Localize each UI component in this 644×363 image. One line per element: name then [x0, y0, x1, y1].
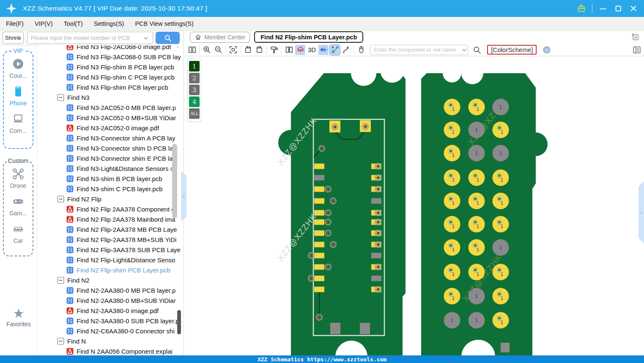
tree-item-1[interactable]: Find N3 Flip-3AC068-0 SUB PCB lay	[38, 52, 183, 62]
tree-item-22[interactable]: Find N2 Flip-shim PCB Layer.pcb	[38, 265, 183, 275]
minimize-button[interactable]	[598, 4, 608, 13]
sidebar-item-drone[interactable]: Drone	[4, 168, 33, 189]
document-tab[interactable]: Find N2 Flip-shim PCB Layer.pcb	[254, 31, 363, 43]
chevron-down-icon[interactable]	[143, 35, 149, 41]
sidebar-custom-group: Custom Drone Gam... Car	[3, 161, 33, 256]
layer-panel: 1234ALL	[187, 58, 201, 122]
maximize-button[interactable]	[614, 4, 623, 13]
chevron-down-icon[interactable]	[461, 47, 468, 53]
measure-icon[interactable]	[330, 45, 340, 55]
tree-item-3[interactable]: Find N3 Flip-shim C PCB layer.pcb	[38, 72, 183, 82]
tree-item-11[interactable]: Find N3-Connector shim E PCB lay	[38, 153, 183, 163]
pcb-file-icon	[66, 53, 74, 60]
3d-view-button[interactable]: 3D	[307, 46, 317, 53]
tree-item-15[interactable]: Find N2 Flip	[38, 194, 183, 204]
tree-item-10[interactable]: Find N3-Connector shim D PCB lay	[38, 143, 183, 153]
tree-scrollbar-thumb[interactable]	[172, 144, 177, 218]
tree-item-30[interactable]: Find N 2AA056 Component explai	[38, 346, 183, 355]
tree-item-25[interactable]: Find N2-2AA380-0 MB+SUB YiDiar	[38, 295, 183, 305]
layer-button-all[interactable]: ALL	[189, 108, 200, 119]
collapse-minus-icon[interactable]	[57, 277, 64, 284]
tree-item-26[interactable]: Find N2-2AA380-0 image.pdf	[38, 305, 183, 316]
eye-target-icon[interactable]	[542, 45, 551, 55]
sidebar-item-favorites[interactable]: ★ Favorites	[0, 307, 37, 327]
tree-item-7[interactable]: Find N3-2AC052-0 MB+SUB YiDiar	[38, 113, 183, 123]
svg-text:1: 1	[452, 224, 455, 229]
layer-button-3[interactable]: 3	[189, 85, 200, 95]
tree-item-29[interactable]: Find N	[38, 336, 183, 346]
pcb-canvas[interactable]: XZZ@XZZHKXZZ@XZZHKXZZ@XZZHKXZZ@XZZHK	[184, 56, 644, 355]
tree-item-20[interactable]: Find N2 Flip-3AA378 SUB PCB Laye	[38, 245, 183, 255]
net-search-icon[interactable]	[472, 45, 482, 55]
tree-item-13[interactable]: Find N3-shim B PCB layer.pcb	[38, 173, 183, 184]
tree-item-5[interactable]: Find N3	[38, 92, 183, 102]
layer-button-1[interactable]: 1	[189, 61, 200, 72]
scroll-up-arrow-icon[interactable]: ⌃	[176, 46, 180, 51]
close-button[interactable]	[629, 4, 638, 13]
sidebar-item-phone[interactable]: Phone	[4, 85, 33, 107]
tree-item-12[interactable]: Find N3-Light&Distance Sensors sh	[38, 163, 183, 173]
tree-item-18[interactable]: Find N2 Flip-2AA378 MB PCB Laye	[38, 224, 183, 234]
capture-rotate-icon[interactable]	[228, 45, 238, 55]
menu-item-4[interactable]: PCB View settings(S)	[135, 20, 193, 27]
close-panel-icon[interactable]	[631, 33, 640, 41]
menu-item-0[interactable]: File(F)	[6, 20, 24, 27]
menu-item-2[interactable]: Tool(T)	[64, 20, 83, 27]
tree-item-27[interactable]: Find N2-3AA380-0 SUB PCB layer.p	[38, 316, 183, 326]
layer-button-2[interactable]: 2	[189, 73, 200, 83]
tree-item-19[interactable]: Find N2 Flip-2AA378 MB+SUB YiDi	[38, 234, 183, 245]
tree-item-16[interactable]: Find N2 Flip 2AA378 Component e	[38, 204, 183, 214]
tree-item-2[interactable]: Find N3 Flip-shim B PCB layer.pcb	[38, 62, 183, 72]
zoom-in-icon[interactable]	[202, 45, 212, 55]
model-search-button[interactable]	[156, 32, 180, 44]
net-search-input[interactable]	[370, 45, 468, 55]
vip-briefcase-icon[interactable]	[577, 4, 586, 13]
curve-icon[interactable]	[341, 45, 351, 55]
pdf-file-icon	[66, 124, 74, 132]
layer-button-4[interactable]: 4	[189, 96, 200, 107]
collapse-tree-handle[interactable]: ‹	[181, 171, 186, 221]
zoom-out-icon[interactable]	[213, 45, 223, 55]
pcb-file-icon	[66, 317, 74, 324]
lamp-icon[interactable]	[295, 45, 305, 55]
collapse-minus-icon[interactable]	[57, 94, 64, 101]
tree-item-17[interactable]: Find N2 Flip 2AA378 Mainbord ima	[38, 214, 183, 224]
member-center-button[interactable]: Member Center	[190, 32, 250, 43]
tree-item-9[interactable]: Find N3-Connector shim A PCB lay	[38, 133, 183, 143]
member-center-label: Member Center	[204, 34, 245, 41]
pcb-file-icon	[66, 74, 74, 81]
sidebar-item-car[interactable]: Car	[4, 223, 33, 244]
tree-item-24[interactable]: Find N2-2AA380-0 MB PCB layer.p	[38, 285, 183, 295]
tree-item-23[interactable]: Find N2	[38, 275, 183, 285]
tree-item-4[interactable]: Find N3 Flip-shim PCB layer.pcb	[38, 82, 183, 92]
tree-item-6[interactable]: Find N3-2AC052-0 MB PCB layer.p	[38, 102, 183, 113]
sidebar-item-com[interactable]: Com...	[4, 113, 33, 134]
panel-scrollbar-thumb[interactable]	[177, 310, 181, 334]
viewer-panel: Member Center Find N2 Flip-shim PCB Laye…	[184, 30, 644, 355]
tree-item-8[interactable]: Find N3-2AC052-0 image.pdf	[38, 123, 183, 133]
sidebar-item-cour[interactable]: Cour...	[4, 58, 33, 79]
sidebar-item-gam[interactable]: Gam...	[4, 195, 33, 217]
paint-roller-icon[interactable]	[269, 45, 279, 55]
pcb-board-view[interactable]: XZZ@XZZHKXZZ@XZZHKXZZ@XZZHKXZZ@XZZHK	[184, 56, 644, 355]
mirror-flip-icon[interactable]	[284, 45, 294, 55]
rotate-left-icon[interactable]	[243, 45, 253, 55]
rotate-right-icon[interactable]	[254, 45, 264, 55]
collapse-minus-icon[interactable]	[57, 195, 64, 203]
mouse-icon[interactable]	[356, 45, 366, 55]
collapse-minus-icon[interactable]	[57, 338, 64, 345]
panel-list-icon[interactable]	[632, 45, 641, 55]
pcb-file-icon	[66, 165, 74, 172]
color-scheme-button[interactable]: [ColorScheme]	[487, 45, 537, 55]
menu-item-3[interactable]: Settings(S)	[94, 20, 124, 27]
diode-icon[interactable]	[318, 45, 329, 55]
tree-item-21[interactable]: Find N2 Flip-Light&Distance Senso	[38, 255, 183, 265]
tree-item-14[interactable]: Find N3-shim C PCB layer.pcb	[38, 184, 183, 194]
split-view-icon[interactable]	[187, 45, 197, 55]
model-search-combo[interactable]: Please input the model number or PCB	[27, 32, 153, 44]
menu-item-1[interactable]: VIP(V)	[35, 20, 53, 27]
tree-item-28[interactable]: Find N2-C6AA380-0 Connector shi	[38, 326, 183, 336]
shrink-button[interactable]: Shrink	[3, 32, 24, 44]
tree-item-0[interactable]: Find N3 Flip-2AC068-0 image.pdf	[38, 45, 183, 52]
collapse-right-handle[interactable]: ‹	[639, 181, 644, 244]
